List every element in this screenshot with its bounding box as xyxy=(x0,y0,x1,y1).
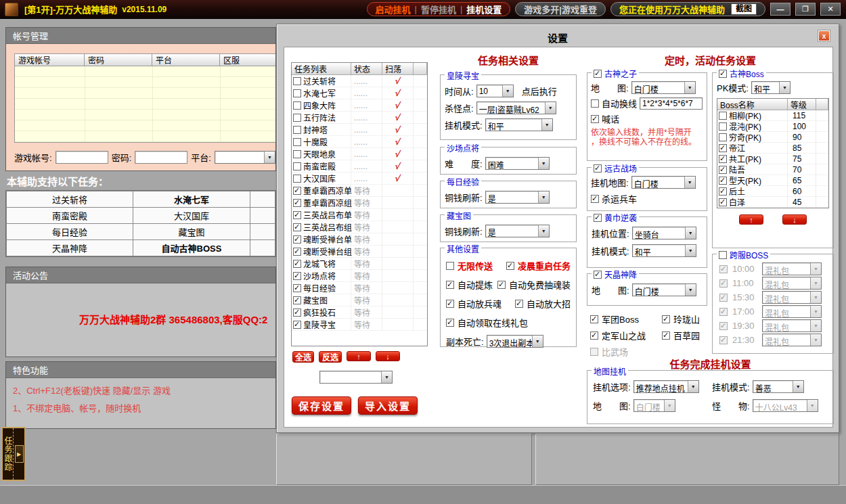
checkbox[interactable] xyxy=(293,296,301,304)
task-row[interactable]: 南蛮密殿......√ xyxy=(292,160,427,173)
task-list-column-header[interactable]: 任务列表 xyxy=(292,63,351,75)
checkbox[interactable] xyxy=(719,166,727,174)
task-row[interactable]: 大汉国库......√ xyxy=(292,173,427,185)
time-from-dropdown[interactable]: 10 ▼ xyxy=(476,85,514,97)
task-row[interactable]: 每日经验等待 xyxy=(292,282,427,294)
pause-hang-button[interactable]: 暂停挂机 xyxy=(421,3,456,16)
checkbox[interactable] xyxy=(293,321,301,329)
task-row[interactable]: 水淹七军......√ xyxy=(292,87,427,99)
option-checkbox[interactable]: 自动领取在线礼包 xyxy=(446,316,511,329)
hang-position-dropdown[interactable]: 坐骑台 ▼ xyxy=(632,227,696,239)
task-row[interactable]: 三英战吕布单等待 xyxy=(292,209,427,221)
checkbox[interactable] xyxy=(719,133,727,141)
checkbox[interactable] xyxy=(719,177,727,185)
kill-cart-checkbox[interactable] xyxy=(591,195,599,203)
hang-mode-dropdown[interactable]: 善恶 ▼ xyxy=(753,380,804,393)
boss-row[interactable]: 白泽45 xyxy=(717,197,828,208)
boss-row[interactable]: 混沌(PK)100 xyxy=(717,121,828,132)
import-settings-button[interactable]: 导入设置 xyxy=(358,396,418,415)
group-checkbox[interactable] xyxy=(594,271,602,279)
task-row[interactable]: 魂断受禅台组等待 xyxy=(292,246,427,258)
account-row[interactable] xyxy=(15,77,276,88)
invert-selection-button[interactable]: 反选 xyxy=(319,351,342,363)
task-row[interactable]: 龙城飞将等待 xyxy=(292,258,427,270)
boss-row[interactable]: 共工(PK)75 xyxy=(717,154,828,164)
move-up-button[interactable]: ↑ xyxy=(347,351,371,361)
boss-row[interactable]: 帝江85 xyxy=(717,143,828,154)
account-row[interactable] xyxy=(15,99,276,110)
task-row[interactable]: 过关斩将......√ xyxy=(292,75,427,87)
option-checkbox[interactable]: 自动放兵魂 xyxy=(446,297,511,310)
account-row[interactable] xyxy=(15,88,276,99)
account-column-header[interactable]: 区服 xyxy=(220,53,276,66)
password-input[interactable] xyxy=(135,151,187,164)
checkbox[interactable] xyxy=(719,112,727,120)
activity-checkbox[interactable]: 百草园 xyxy=(662,329,700,342)
activity-checkbox[interactable]: 军团Boss xyxy=(590,313,662,325)
task-row[interactable]: 五行阵法......√ xyxy=(292,112,427,124)
save-settings-button[interactable]: 保存设置 xyxy=(292,396,351,415)
checkbox[interactable] xyxy=(719,155,727,163)
checkbox[interactable] xyxy=(293,138,301,146)
activity-checkbox[interactable]: 定军山之战 xyxy=(590,329,662,342)
coin-refresh-dropdown[interactable]: 是 ▼ xyxy=(485,191,550,204)
activity-checkbox[interactable]: 玲珑山 xyxy=(662,313,700,325)
group-checkbox[interactable] xyxy=(719,251,727,259)
line-sequence-input[interactable]: 1*2*3*4*5*6*7 xyxy=(640,97,703,110)
group-checkbox[interactable] xyxy=(594,164,602,173)
hang-mode-dropdown[interactable]: 和平 ▼ xyxy=(485,118,553,131)
checkbox[interactable] xyxy=(293,248,301,256)
checkbox[interactable] xyxy=(293,284,301,292)
group-checkbox[interactable] xyxy=(719,70,727,78)
checkbox[interactable] xyxy=(293,211,301,219)
screenshot-button[interactable]: 截图 xyxy=(731,3,757,15)
task-row[interactable]: 疯狂投石等待 xyxy=(292,306,427,319)
option-checkbox[interactable]: 自动提炼 xyxy=(446,278,493,291)
account-column-header[interactable]: 密码 xyxy=(85,53,152,66)
boss-move-up-button[interactable]: ↑ xyxy=(739,214,763,225)
account-row[interactable] xyxy=(15,110,276,120)
group-checkbox[interactable] xyxy=(594,70,602,78)
map-dropdown[interactable]: 白门楼 ▼ xyxy=(631,81,696,94)
option-checkbox[interactable]: 凌晨重启任务 xyxy=(506,259,571,272)
task-row[interactable]: 沙场点将等待 xyxy=(292,270,427,282)
account-row[interactable] xyxy=(15,66,276,77)
task-row[interactable]: 藏宝图等待 xyxy=(292,294,427,306)
task-row[interactable]: 三英战吕布组等待 xyxy=(292,221,427,233)
checkbox[interactable] xyxy=(293,223,301,231)
task-list-column-header[interactable]: 扫荡 xyxy=(382,63,414,75)
task-row[interactable]: 皇陵寻宝等待 xyxy=(292,319,427,331)
task-row[interactable]: 魂断受禅台单等待 xyxy=(292,233,427,246)
move-down-button[interactable]: ↓ xyxy=(376,351,400,361)
checkbox[interactable] xyxy=(293,272,301,280)
checkbox[interactable] xyxy=(293,199,301,207)
preset-dropdown[interactable]: ▼ xyxy=(319,371,393,384)
multi-open-relogin-button[interactable]: 游戏多开|游戏重登 xyxy=(515,2,606,16)
task-row[interactable]: 十魔殿......√ xyxy=(292,136,427,148)
group-checkbox[interactable] xyxy=(594,214,602,222)
auto-line-checkbox[interactable] xyxy=(591,99,599,108)
dungeon-death-dropdown[interactable]: 3次退出副本 ▼ xyxy=(487,335,543,348)
checkbox[interactable] xyxy=(719,122,727,131)
option-checkbox[interactable]: 自动免费抽魂装 xyxy=(497,278,571,291)
boss-column-header[interactable]: 等级 xyxy=(788,99,816,110)
checkbox[interactable] xyxy=(719,144,727,152)
boss-column-header[interactable]: Boss名称 xyxy=(717,99,788,110)
checkbox[interactable] xyxy=(293,308,301,317)
option-checkbox[interactable]: 自动放大招 xyxy=(515,297,571,310)
task-list-column-header[interactable]: 状态 xyxy=(351,63,382,75)
checkbox[interactable] xyxy=(293,89,301,97)
hang-mode-dropdown[interactable]: 和平 ▼ xyxy=(632,244,696,257)
checkbox[interactable] xyxy=(293,162,301,170)
checkbox[interactable] xyxy=(293,175,301,183)
checkbox[interactable] xyxy=(293,235,301,244)
maximize-button[interactable]: ❐ xyxy=(795,3,816,16)
platform-dropdown[interactable]: ▼ xyxy=(215,151,275,164)
hang-map-dropdown[interactable]: 白门楼 ▼ xyxy=(631,176,696,189)
hang-option-dropdown[interactable]: 推荐地点挂机 ▼ xyxy=(633,380,699,393)
coin-refresh-dropdown[interactable]: 是 ▼ xyxy=(485,225,550,237)
checkbox[interactable] xyxy=(293,114,301,122)
start-hang-button[interactable]: 启动挂机 xyxy=(376,3,411,16)
task-row[interactable]: 董卓霸西凉单等待 xyxy=(292,185,427,197)
difficulty-dropdown[interactable]: 困难 ▼ xyxy=(485,157,550,170)
